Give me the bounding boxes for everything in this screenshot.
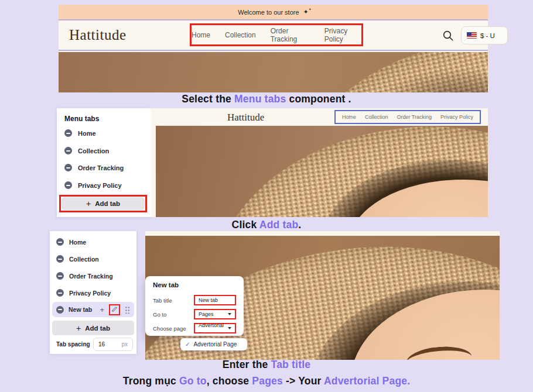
minus-circle-icon[interactable] (64, 129, 72, 137)
tab-row-label: Privacy Policy (69, 290, 111, 297)
caption-text: Trong mục (123, 375, 179, 387)
tab-row-home[interactable]: Home (64, 129, 96, 137)
currency-label: $ - U (480, 32, 495, 39)
go-to-label: Go to (153, 311, 166, 318)
nav-item-order-tracking[interactable]: Order Tracking (397, 114, 432, 120)
tab-spacing-unit: px (121, 341, 128, 348)
plus-icon[interactable]: + (100, 305, 104, 314)
eyebrow-art (405, 344, 473, 360)
tab-row-label: Home (78, 130, 96, 137)
menu-tabs-settings-panel: Menu tabs Home Collection Order Tracking… (57, 108, 151, 217)
search-icon[interactable] (442, 30, 454, 42)
field-choose-page: Choose page Advertorial ... (153, 323, 236, 333)
popup-title: New tab (153, 281, 179, 288)
minus-circle-icon[interactable] (64, 181, 72, 189)
minus-circle-icon[interactable] (64, 147, 72, 154)
nav-item-collection[interactable]: Collection (225, 31, 256, 39)
minus-circle-icon[interactable] (56, 272, 64, 280)
store-logo: Hattitude (227, 112, 264, 123)
minus-circle-icon[interactable] (64, 164, 72, 171)
caption-text: -> Your (283, 375, 324, 387)
minus-circle-icon[interactable] (56, 255, 64, 263)
nav-item-collection[interactable]: Collection (365, 114, 388, 120)
currency-selector[interactable]: $ - U (461, 26, 508, 44)
preview-pane-step2: Hattitude Home Collection Order Tracking… (151, 108, 488, 217)
pencil-icon[interactable] (111, 304, 118, 315)
choose-page-label: Choose page (153, 325, 186, 332)
nav-item-privacy-policy[interactable]: Privacy Policy (324, 27, 361, 43)
caption-accent: Tab title (271, 359, 311, 370)
caption-text: Select the (182, 93, 234, 105)
minus-circle-icon[interactable] (56, 238, 64, 246)
screenshot-storefront-header: Welcome to our store ✦✦ Hattitude Home C… (59, 5, 488, 92)
menu-tabs-settings-panel-step3: Home Collection Order Tracking Privacy P… (50, 231, 136, 354)
chevron-down-icon (228, 327, 231, 329)
go-to-select[interactable]: Pages (194, 309, 236, 319)
menu-tabs-selected-outline: Home Collection Order Tracking Privacy P… (334, 110, 481, 124)
store-logo[interactable]: Hattitude (69, 27, 127, 43)
tab-row-privacy-policy[interactable]: Privacy Policy (56, 289, 111, 297)
caption-enter-tab-title: Enter the Tab title (0, 359, 533, 371)
tab-title-input[interactable]: New tab (194, 295, 236, 305)
caption-accent: Pages (252, 375, 283, 387)
caption-text: Click (232, 219, 259, 231)
add-tab-button[interactable]: + Add tab (62, 197, 145, 210)
tab-row-new-tab[interactable]: New tab + (52, 302, 134, 317)
caption-go-to-pages: Trong mục Go to, choose Pages -> Your Ad… (0, 375, 533, 387)
edit-tab-red-highlight (109, 304, 120, 315)
check-icon: ✓ (185, 341, 190, 348)
tab-row-label: Collection (78, 147, 109, 154)
add-tab-label: Add tab (95, 200, 120, 207)
tab-row-privacy-policy[interactable]: Privacy Policy (64, 181, 122, 189)
tab-spacing-input[interactable]: 16 px (93, 338, 133, 351)
nav-item-home[interactable]: Home (192, 31, 210, 39)
tab-row-label: Collection (69, 256, 99, 263)
go-to-value: Pages (199, 311, 214, 317)
nav-item-privacy-policy[interactable]: Privacy Policy (440, 114, 473, 120)
add-tab-button[interactable]: + Add tab (52, 321, 134, 335)
minus-circle-icon[interactable] (56, 306, 64, 314)
dropdown-option-advertorial-page[interactable]: ✓ Advertorial Page (180, 338, 247, 350)
panel-title: Menu tabs (64, 115, 99, 123)
tab-row-order-tracking[interactable]: Order Tracking (56, 272, 113, 280)
field-tab-title: Tab title New tab (153, 295, 236, 305)
tab-row-label: Order Tracking (69, 273, 113, 280)
caption-text: . (298, 219, 301, 231)
minus-circle-icon[interactable] (56, 289, 64, 297)
tab-row-collection[interactable]: Collection (64, 147, 109, 154)
hero-image-hat (59, 52, 488, 92)
caption-accent: Add tab (259, 219, 299, 231)
announcement-bar: Welcome to our store ✦✦ (59, 5, 488, 20)
new-tab-popup: New tab Tab title New tab Go to Pages Ch… (145, 276, 244, 336)
tab-spacing-label: Tab spacing (56, 341, 90, 348)
us-flag-icon (467, 32, 477, 39)
drag-handle-icon[interactable] (125, 305, 130, 314)
tab-row-label: Order Tracking (78, 164, 124, 171)
nav-item-order-tracking[interactable]: Order Tracking (271, 27, 310, 43)
caption-click-add-tab: Click Add tab. (0, 219, 533, 231)
hero-image-portrait (156, 126, 488, 217)
caption-text: component . (286, 93, 351, 105)
store-header: Hattitude Home Collection Order Tracking… (59, 20, 488, 51)
tab-title-label: Tab title (153, 297, 172, 304)
caption-select-menu-tabs: Select the Menu tabs component . (0, 93, 533, 105)
dropdown-option-label: Advertorial Page (193, 341, 237, 348)
caption-accent: Menu tabs (234, 93, 286, 105)
tab-spacing-value: 16 (98, 341, 105, 348)
tab-row-home[interactable]: Home (56, 238, 86, 246)
tab-row-label: New tab (69, 306, 95, 313)
tab-row-order-tracking[interactable]: Order Tracking (64, 164, 124, 171)
tab-row-label: Home (69, 239, 86, 246)
tab-row-label: Privacy Policy (78, 182, 122, 189)
nav-item-home[interactable]: Home (342, 114, 356, 120)
add-tab-red-highlight: + Add tab (59, 195, 147, 212)
field-go-to: Go to Pages (153, 309, 236, 319)
caption-text: Enter the (223, 359, 271, 370)
chevron-down-icon (228, 313, 231, 315)
plus-icon: + (76, 324, 81, 333)
tab-row-collection[interactable]: Collection (56, 255, 99, 263)
choose-page-select[interactable]: Advertorial ... (194, 323, 236, 333)
announcement-text: Welcome to our store (238, 9, 299, 16)
caption-text: , choose (207, 375, 252, 387)
menu-tabs-red-highlight: Home Collection Order Tracking Privacy P… (190, 23, 363, 46)
